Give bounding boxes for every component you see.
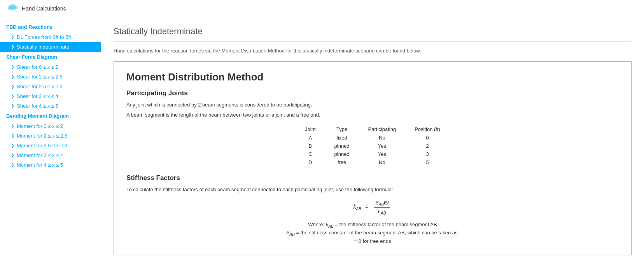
sidebar-item-moment-0-2[interactable]: ❯ Moment for 0 ≤ x ≤ 2 [0, 121, 101, 131]
stiffness-factors-desc: To calculate the stiffness factors of ea… [126, 186, 619, 194]
bending-section-label: Bending Moment Diagram [6, 113, 69, 119]
where-line-3: = 0 for free ends [126, 238, 619, 244]
sidebar-item-shear-4-5[interactable]: ❯ Shear for 4 ≤ x ≤ 5 [0, 101, 101, 111]
table-row: BpinnedYes2 [296, 142, 450, 150]
table-cell: D [296, 158, 325, 166]
where-line-1: Where: kAB = the stiffness factor of the… [126, 222, 619, 229]
sidebar-item-label: Shear for 2.5 ≤ x ≤ 3 [17, 84, 63, 89]
stiffness-factors-section: Stiffness Factors To calculate the stiff… [126, 174, 619, 244]
method-title: Moment Distribution Method [126, 71, 619, 83]
col-joint: Joint [296, 125, 325, 134]
formula-lhs: kAB [354, 204, 361, 210]
sidebar-item-moment-2-2.5[interactable]: ❯ Moment for 2 ≤ x ≤ 2.5 [0, 131, 101, 141]
table-cell: pinned [325, 142, 359, 150]
table-cell: A [296, 134, 325, 142]
chevron-icon: ❯ [11, 133, 14, 138]
participating-joints-desc2: A beam segment is the length of the beam… [126, 111, 619, 119]
logo-container: Hand Calculations [6, 2, 66, 15]
sidebar-item-label: Statically Indeterminate [17, 44, 69, 50]
table-cell: B [296, 142, 325, 150]
content-box: Moment Distribution Method Participating… [114, 61, 632, 255]
chevron-icon: ❯ [11, 84, 14, 89]
sidebar-item-dl-forces[interactable]: ❯ DL Forces from 0ft to 5ft [0, 32, 101, 42]
sidebar-section-fbd[interactable]: FBD and Reactions [0, 22, 101, 32]
chevron-icon: ❯ [11, 124, 14, 129]
sidebar-item-shear-2-2.5[interactable]: ❯ Shear for 2 ≤ x ≤ 2.5 [0, 72, 101, 82]
title-divider [114, 41, 632, 42]
where-text-3: = 0 for free ends [354, 238, 391, 244]
chevron-icon-dl: ❯ [11, 35, 14, 40]
app-title: Hand Calculations [22, 5, 66, 12]
formula-fraction: SABEI LAB [374, 200, 390, 215]
table-cell: 3 [405, 150, 450, 158]
formula-equals: = [365, 204, 368, 210]
sidebar-item-label: Shear for 2 ≤ x ≤ 2.5 [17, 74, 63, 80]
skyciv-logo-icon [6, 2, 19, 15]
table-cell: No [359, 158, 406, 166]
table-cell: 2 [405, 142, 450, 150]
table-cell: Yes [359, 150, 406, 158]
chevron-icon-si: ❯ [11, 44, 14, 49]
table-row: DfreeNo5 [296, 158, 450, 166]
sidebar-item-moment-4-5[interactable]: ❯ Moment for 4 ≤ x ≤ 5 [0, 160, 101, 170]
main-content: Statically Indeterminate Hand calculatio… [101, 17, 644, 274]
formula-block: kAB = SABEI LAB [126, 200, 619, 215]
main-layout: FBD and Reactions ❯ DL Forces from 0ft t… [0, 17, 644, 274]
col-participating: Participating [359, 125, 406, 134]
formula-denominator: LAB [376, 208, 388, 215]
sidebar-item-label: Moment for 4 ≤ x ≤ 5 [17, 162, 63, 168]
table-cell: 0 [405, 134, 450, 142]
chevron-icon: ❯ [11, 65, 14, 70]
where-line-2: SAB = the stiffness constant of the beam… [126, 230, 619, 237]
stiffness-factors-title: Stiffness Factors [126, 174, 619, 182]
sidebar-item-label: Moment for 0 ≤ x ≤ 2 [17, 123, 63, 129]
table-cell: free [325, 158, 359, 166]
col-type: Type [325, 125, 359, 134]
sidebar-item-label: Shear for 0 ≤ x ≤ 2 [17, 64, 58, 70]
sidebar-item-label: Shear for 3 ≤ x ≤ 4 [17, 93, 58, 99]
table-row: AfixedNo0 [296, 134, 450, 142]
table-header-row: Joint Type Participating Position (ft) [296, 125, 450, 134]
chevron-icon: ❯ [11, 153, 14, 158]
table-cell: No [359, 134, 406, 142]
participating-joints-title: Participating Joints [126, 89, 619, 97]
sidebar-item-moment-3-4[interactable]: ❯ Moment for 3 ≤ x ≤ 4 [0, 150, 101, 160]
chevron-icon: ❯ [11, 162, 14, 168]
sidebar-item-label: Moment for 3 ≤ x ≤ 4 [17, 152, 63, 158]
table-cell: 5 [405, 158, 450, 166]
sidebar-item-label: DL Forces from 0ft to 5ft [17, 34, 71, 40]
chevron-icon: ❯ [11, 94, 14, 99]
sidebar-section-bending[interactable]: Bending Moment Diagram [0, 111, 101, 121]
sidebar-item-shear-3-4[interactable]: ❯ Shear for 3 ≤ x ≤ 4 [0, 91, 101, 101]
sidebar-item-label: Moment for 2 ≤ x ≤ 2.5 [17, 133, 67, 139]
svg-point-2 [7, 6, 13, 10]
sidebar-item-shear-0-2[interactable]: ❯ Shear for 0 ≤ x ≤ 2 [0, 62, 101, 72]
sidebar-item-label: Shear for 4 ≤ x ≤ 5 [17, 103, 58, 109]
participating-joints-desc1: Any joint which is connected by 2 beam s… [126, 101, 619, 109]
table-row: CpinnedYes3 [296, 150, 450, 158]
sidebar-item-statically-indeterminate[interactable]: ❯ Statically Indeterminate [0, 42, 101, 52]
joints-table: Joint Type Participating Position (ft) A… [296, 125, 450, 166]
where-text-1: Where: kAB = the stiffness factor of the… [308, 222, 437, 229]
table-cell: fixed [325, 134, 359, 142]
formula-numerator: SABEI [374, 200, 390, 208]
chevron-icon: ❯ [11, 74, 14, 79]
sidebar: FBD and Reactions ❯ DL Forces from 0ft t… [0, 17, 101, 274]
chevron-icon: ❯ [11, 103, 14, 108]
chevron-icon: ❯ [11, 143, 14, 148]
col-position: Position (ft) [405, 125, 450, 134]
intro-text: Hand calculations for the reaction force… [114, 48, 632, 54]
sidebar-item-moment-2.5-3[interactable]: ❯ Moment for 2.5 ≤ x ≤ 3 [0, 141, 101, 150]
sidebar-item-label: Moment for 2.5 ≤ x ≤ 3 [17, 143, 67, 148]
page-title: Statically Indeterminate [114, 26, 632, 37]
sidebar-item-shear-2.5-3[interactable]: ❯ Shear for 2.5 ≤ x ≤ 3 [0, 82, 101, 91]
sidebar-section-shear[interactable]: Shear Force Diagram [0, 52, 101, 62]
table-cell: pinned [325, 150, 359, 158]
fbd-section-label: FBD and Reactions [6, 24, 52, 30]
app-header: Hand Calculations [0, 0, 644, 17]
where-text-2: SAB = the stiffness constant of the beam… [286, 230, 459, 237]
shear-section-label: Shear Force Diagram [6, 54, 57, 60]
table-cell: C [296, 150, 325, 158]
table-cell: Yes [359, 142, 406, 150]
